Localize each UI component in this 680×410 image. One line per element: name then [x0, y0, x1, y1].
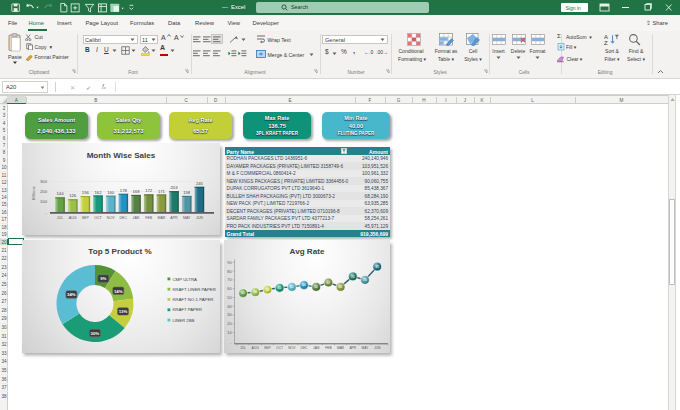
svg-text:34%: 34%	[67, 292, 76, 297]
svg-text:158: 158	[183, 190, 191, 195]
svg-text:168: 168	[133, 189, 141, 194]
svg-text:162: 162	[95, 190, 103, 195]
svg-text:50: 50	[227, 296, 231, 300]
svg-text:61: 61	[278, 286, 282, 290]
svg-text:MAY: MAY	[183, 216, 191, 220]
svg-text:80: 80	[227, 270, 231, 274]
svg-text:144: 144	[57, 191, 65, 196]
svg-text:9%: 9%	[100, 276, 106, 281]
svg-text:203: 203	[171, 185, 179, 190]
svg-text:30: 30	[227, 313, 231, 317]
svg-text:85: 85	[375, 265, 379, 269]
svg-text:LINER 2BB: LINER 2BB	[173, 318, 195, 323]
svg-text:Millions: Millions	[31, 186, 36, 199]
svg-text:172: 172	[145, 188, 153, 193]
svg-text:AUG: AUG	[69, 216, 77, 220]
svg-text:55: 55	[241, 291, 245, 295]
svg-text:JUN: JUN	[374, 346, 381, 350]
svg-text:KRAFT LINER PAPER: KRAFT LINER PAPER	[173, 287, 216, 292]
svg-text:MAR: MAR	[157, 216, 165, 220]
svg-text:156: 156	[82, 190, 90, 195]
svg-text:300: 300	[40, 179, 48, 184]
svg-text:60: 60	[227, 287, 231, 291]
svg-text:JAN: JAN	[313, 346, 320, 350]
svg-text:MAY: MAY	[362, 346, 370, 350]
svg-text:JUL: JUL	[240, 346, 246, 350]
svg-text:CMP ULTRA: CMP ULTRA	[173, 277, 198, 282]
svg-text:10: 10	[227, 331, 231, 335]
svg-text:SEP: SEP	[264, 346, 271, 350]
svg-text:KRAFT NO-1 PAPER: KRAFT NO-1 PAPER	[173, 297, 214, 302]
svg-text:13%: 13%	[119, 309, 128, 314]
svg-text:40: 40	[227, 305, 231, 309]
svg-text:FEB: FEB	[325, 346, 332, 350]
svg-text:OCT: OCT	[94, 216, 102, 220]
svg-text:APR: APR	[349, 346, 356, 350]
svg-text:14%: 14%	[114, 289, 123, 294]
svg-text:FEB: FEB	[145, 216, 153, 220]
svg-text:245: 245	[196, 181, 204, 186]
svg-text:70: 70	[227, 278, 231, 282]
svg-text:NOV: NOV	[288, 346, 296, 350]
svg-text:171: 171	[158, 189, 166, 194]
svg-text:SEP: SEP	[82, 216, 90, 220]
svg-text:100: 100	[40, 199, 48, 204]
svg-text:30%: 30%	[91, 331, 100, 336]
svg-text:59: 59	[266, 288, 270, 292]
svg-text:OCT: OCT	[276, 346, 283, 350]
svg-text:-: -	[230, 341, 232, 345]
svg-text:70: 70	[363, 278, 367, 282]
svg-text:JUL: JUL	[57, 216, 63, 220]
svg-text:AUG: AUG	[252, 346, 260, 350]
svg-text:KRAFT PAPER: KRAFT PAPER	[173, 307, 202, 312]
svg-text:90: 90	[227, 261, 231, 265]
svg-text:74: 74	[351, 275, 355, 279]
svg-text:DEC: DEC	[301, 346, 309, 350]
svg-text:-: -	[46, 210, 48, 215]
svg-text:62: 62	[290, 285, 294, 289]
svg-text:APR: APR	[170, 216, 178, 220]
svg-text:MAR: MAR	[337, 346, 345, 350]
svg-text:178: 178	[120, 188, 128, 193]
svg-text:56: 56	[253, 290, 257, 294]
svg-text:160: 160	[107, 190, 115, 195]
svg-text:126: 126	[69, 193, 77, 198]
svg-text:62: 62	[314, 285, 318, 289]
svg-text:Z: Z	[604, 40, 608, 46]
svg-text:67: 67	[327, 281, 331, 285]
svg-text:62: 62	[339, 285, 343, 289]
svg-text:DEC: DEC	[120, 216, 128, 220]
svg-text:JAN: JAN	[133, 216, 140, 220]
svg-text:20: 20	[227, 322, 231, 326]
svg-text:JUN: JUN	[196, 216, 203, 220]
svg-text:200: 200	[40, 189, 48, 194]
svg-text:A: A	[604, 33, 608, 39]
svg-text:NOV: NOV	[107, 216, 115, 220]
svg-text:64: 64	[302, 283, 306, 287]
